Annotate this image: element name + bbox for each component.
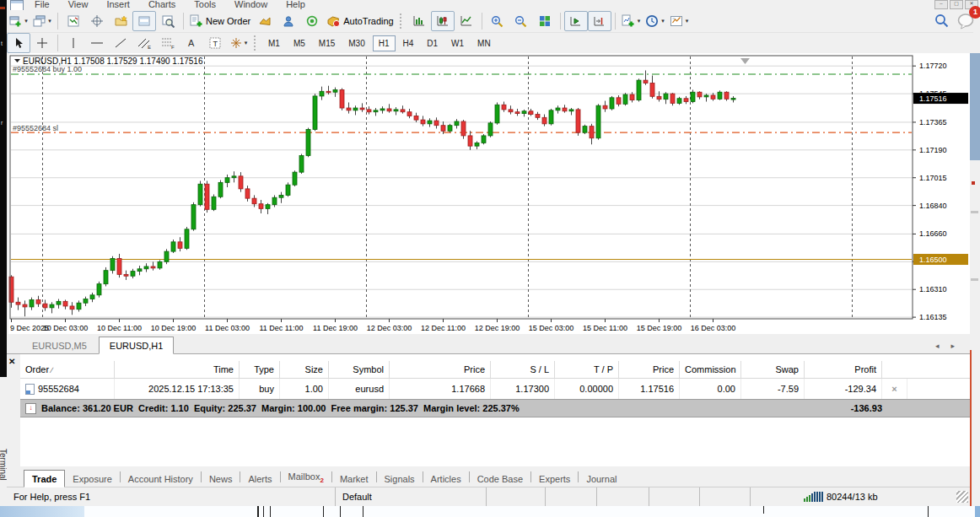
close-order-icon[interactable]: × — [882, 379, 907, 399]
terminal-tab-news[interactable]: News — [202, 471, 240, 487]
terminal-tab-signals[interactable]: Signals — [377, 471, 423, 487]
column-header-size[interactable]: Size — [280, 361, 329, 378]
column-header-swap[interactable]: Swap — [741, 361, 805, 378]
templates-button[interactable]: ▾ — [667, 11, 692, 31]
menu-item-help[interactable]: Help — [277, 0, 315, 10]
indicators-button[interactable]: ▾ — [619, 11, 643, 31]
notification-badge: 1 — [969, 6, 980, 19]
menu-item-file[interactable]: File — [25, 0, 59, 10]
terminal-tab-bar: TradeExposureAccount HistoryNewsAlertsMa… — [7, 466, 970, 487]
trendline-button[interactable] — [109, 33, 132, 53]
minimize-button[interactable]: – — [934, 0, 948, 9]
auto-scroll-icon — [569, 15, 582, 27]
column-header-type[interactable]: Type — [240, 361, 280, 378]
terminal-tab-alerts[interactable]: Alerts — [240, 471, 279, 487]
periods-button[interactable]: ▾ — [643, 11, 667, 31]
news-button[interactable] — [300, 11, 324, 31]
terminal-tab-trade[interactable]: Trade — [24, 470, 65, 487]
candlestick-chart-button[interactable] — [431, 11, 455, 31]
column-header-time[interactable]: Time — [115, 361, 240, 378]
label-button[interactable]: T — [203, 33, 227, 53]
terminal-tab-mailbox[interactable]: Mailbox2 — [281, 468, 331, 487]
zoom-out-button[interactable] — [509, 11, 533, 31]
period-mn-button[interactable]: MN — [471, 35, 497, 51]
market-watch-button[interactable] — [62, 11, 85, 31]
menu-item-window[interactable]: Window — [225, 0, 277, 10]
terminal-tab-journal[interactable]: Journal — [579, 471, 624, 487]
equidistant-channel-button[interactable]: E — [132, 33, 156, 53]
terminal-button[interactable] — [132, 11, 156, 31]
bar-chart-button[interactable] — [407, 11, 431, 31]
resize-grip[interactable] — [956, 491, 968, 503]
cursor-button[interactable] — [7, 33, 30, 53]
data-window-button[interactable] — [85, 11, 109, 31]
tile-windows-button[interactable] — [533, 11, 557, 31]
arrows-button[interactable]: ▾ — [227, 33, 250, 53]
period-m15-button[interactable]: M15 — [313, 35, 341, 51]
column-header-symbol[interactable]: Symbol — [329, 361, 390, 378]
column-header-price[interactable]: Price — [619, 361, 680, 378]
horizontal-line-button[interactable] — [85, 33, 109, 53]
notifications-icon[interactable]: 1 — [956, 12, 977, 31]
terminal-tab-articles[interactable]: Articles — [423, 471, 469, 487]
chart-tab-eurusd-h1[interactable]: EURUSD,H1 — [99, 337, 175, 354]
menu-item-charts[interactable]: Charts — [139, 0, 185, 10]
navigator-button[interactable] — [109, 11, 132, 31]
new-order-button[interactable]: New Order — [187, 11, 253, 31]
crosshair-button[interactable] — [30, 33, 54, 53]
text-button[interactable]: A — [180, 33, 203, 53]
period-h1-button[interactable]: H1 — [373, 35, 396, 51]
community-button[interactable] — [277, 11, 300, 31]
column-header-order[interactable]: Order ∕ — [20, 361, 115, 378]
period-m5-button[interactable]: M5 — [288, 35, 311, 51]
period-m1-button[interactable]: M1 — [262, 35, 286, 51]
open-order-row[interactable]: 955526842025.12.15 17:13:35buy1.00eurusd… — [20, 379, 970, 399]
terminal-tab-code-base[interactable]: Code Base — [470, 471, 530, 487]
profiles-button[interactable]: ▾ — [30, 11, 54, 31]
metaeditor-button[interactable] — [253, 11, 277, 31]
toolbar-grip[interactable] — [254, 35, 258, 51]
menu-item-insert[interactable]: Insert — [97, 0, 139, 10]
news-icon — [306, 15, 318, 27]
period-h4-button[interactable]: H4 — [397, 35, 420, 51]
chart-shift-icon — [593, 15, 606, 27]
strategy-tester-button[interactable] — [156, 11, 180, 31]
auto-scroll-button[interactable] — [564, 11, 588, 31]
column-header-s-l[interactable]: S / L — [491, 361, 555, 378]
menu-item-view[interactable]: View — [59, 0, 98, 10]
terminal-tab-account-history[interactable]: Account History — [121, 471, 201, 487]
tab-scroll-right-icon[interactable]: ▸ — [950, 342, 955, 350]
column-header-price[interactable]: Price — [390, 361, 491, 378]
autotrading-button[interactable]: AutoTrading — [324, 11, 396, 31]
chart-window[interactable]: 1.177201.175451.173651.171901.170151.168… — [8, 53, 970, 334]
column-header-commission[interactable]: Commission — [680, 361, 741, 378]
terminal-tab-exposure[interactable]: Exposure — [65, 471, 119, 487]
column-header-t-p[interactable]: T / P — [555, 361, 619, 378]
new-chart-button[interactable]: ▾ — [7, 11, 30, 31]
chart-tab-eurusd-m5[interactable]: EURUSD,M5 — [22, 337, 97, 353]
vertical-line-icon — [70, 37, 77, 49]
search-icon[interactable] — [934, 13, 950, 30]
zoom-in-button[interactable] — [486, 11, 509, 31]
period-d1-button[interactable]: D1 — [421, 35, 444, 51]
toolbar-grip[interactable] — [400, 13, 404, 29]
status-profile[interactable]: Default — [336, 487, 487, 506]
line-chart-button[interactable] — [455, 11, 478, 31]
terminal-close-icon[interactable]: ✕ — [8, 358, 15, 366]
column-header-profit[interactable]: Profit — [805, 361, 882, 378]
period-m30-button[interactable]: M30 — [342, 35, 370, 51]
trade-table-header[interactable]: Order ∕TimeTypeSizeSymbolPriceS / LT / P… — [20, 361, 970, 379]
vertical-line-button[interactable] — [62, 33, 85, 53]
terminal-tab-experts[interactable]: Experts — [531, 471, 578, 487]
svg-text:1.16310: 1.16310 — [919, 285, 947, 294]
period-w1-button[interactable]: W1 — [445, 35, 470, 51]
terminal-panel: ✕ Terminal Order ∕TimeTypeSizeSymbolPric… — [7, 354, 970, 506]
zoom-out-icon — [514, 15, 527, 28]
tab-scroll-left-icon[interactable]: ◂ — [935, 342, 940, 350]
chart-shift-button[interactable] — [588, 11, 611, 31]
menu-item-tools[interactable]: Tools — [185, 0, 225, 10]
terminal-tab-market[interactable]: Market — [332, 471, 376, 487]
svg-text:1.16135: 1.16135 — [919, 313, 947, 321]
restore-button[interactable]: ▢ — [950, 0, 963, 9]
fibonacci-button[interactable]: F — [156, 33, 180, 53]
